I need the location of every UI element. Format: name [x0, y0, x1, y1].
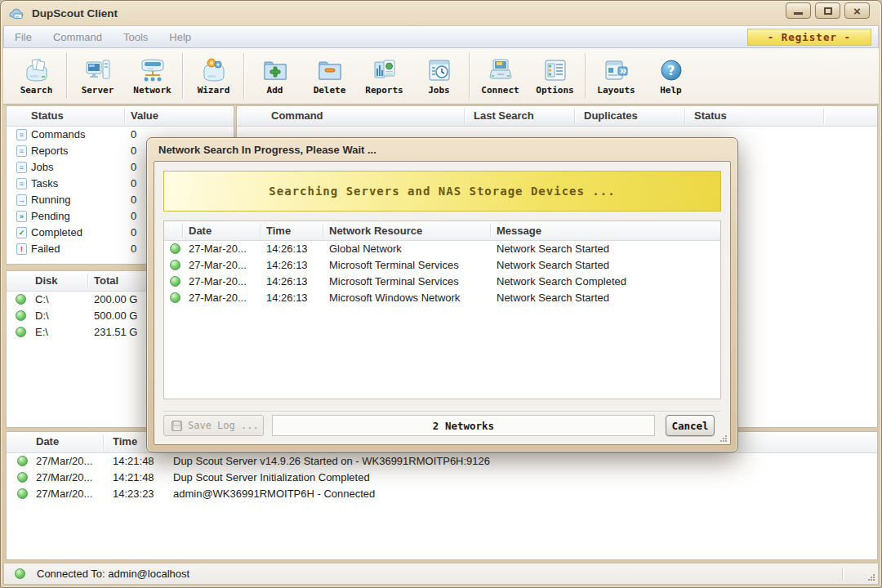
log-row[interactable]: 27/Mar/20... 14:21:48 Dup Scout Server v… [7, 453, 877, 470]
toolbar-separator [66, 53, 68, 99]
column-separator[interactable] [103, 434, 105, 450]
column-separator[interactable] [490, 224, 492, 238]
toolbar-separator [182, 53, 184, 99]
toolbar-wizard-button[interactable]: Wizard [186, 51, 241, 101]
cancel-button[interactable]: Cancel [666, 415, 715, 436]
toolbar-add-button[interactable]: Add [247, 51, 302, 101]
log-date: 27-Mar-20... [189, 292, 247, 304]
options-icon [541, 57, 569, 83]
jobs-icon [425, 57, 453, 83]
toolbar-network-button[interactable]: Network [125, 51, 180, 101]
log-message: Network Search Started [497, 292, 609, 304]
log-row[interactable]: 27/Mar/20... 14:23:23 admin@WK36991RMOIT… [7, 486, 877, 502]
toolbar-server-button[interactable]: Server [70, 51, 125, 101]
status-value: 0 [131, 161, 136, 173]
column-separator[interactable] [182, 224, 184, 238]
green-status-icon [16, 327, 26, 337]
toolbar-search-button[interactable]: Search [9, 51, 64, 101]
toolbar-label: Help [660, 85, 682, 96]
status-panel-header: Status Value [7, 106, 234, 127]
networks-count-status: 2 Networks [272, 415, 655, 436]
search-log-row[interactable]: 27-Mar-20... 14:26:13 Microsoft Terminal… [164, 257, 720, 274]
toolbar-label: Jobs [428, 85, 450, 96]
log-time: 14:26:13 [266, 275, 308, 287]
menu-tools[interactable]: Tools [113, 26, 158, 47]
toolbar-jobs-button[interactable]: Jobs [412, 51, 466, 101]
window-controls: × [786, 2, 870, 19]
column-header-last-search[interactable]: Last Search [474, 109, 534, 122]
column-header-status[interactable]: Status [694, 109, 727, 122]
column-header-time[interactable]: Time [266, 225, 291, 237]
column-header-total[interactable]: Total [94, 274, 118, 287]
minimize-button[interactable] [786, 2, 811, 19]
log-time: 14:21:48 [113, 471, 154, 483]
column-header-value[interactable]: Value [131, 109, 158, 122]
window-title: DupScout Client [32, 7, 118, 20]
menu-command[interactable]: Command [42, 26, 113, 47]
log-date: 27/Mar/20... [36, 488, 92, 500]
column-header-date[interactable]: Date [189, 225, 212, 237]
column-separator[interactable] [260, 224, 261, 238]
column-header-date[interactable]: Date [36, 435, 59, 448]
column-header-message[interactable]: Message [497, 225, 541, 237]
statusbar: Connected To: admin@localhost [3, 563, 879, 585]
disk-total: 231.51 G [94, 326, 138, 338]
toolbar-label: Options [536, 85, 573, 96]
disk-name: E:\ [35, 326, 48, 338]
column-separator[interactable] [574, 109, 576, 123]
network-resource: Microsoft Terminal Services [329, 259, 459, 271]
green-status-icon [16, 310, 26, 321]
search-log-row[interactable]: 27-Mar-20... 14:26:13 Global Network Net… [164, 241, 720, 257]
toolbar-reports-button[interactable]: Reports [357, 51, 412, 101]
search-log-row[interactable]: 27-Mar-20... 14:26:13 Microsoft Terminal… [164, 274, 720, 290]
dialog-resize-grip[interactable] [719, 434, 728, 443]
toolbar-options-button[interactable]: Options [528, 51, 582, 101]
menubar: File Command Tools Help - Register - [3, 25, 879, 48]
save-log-button[interactable]: Save Log ... [163, 415, 264, 436]
disk-name: C:\ [35, 293, 49, 305]
column-header-command[interactable]: Command [271, 109, 323, 122]
search-progress-banner: Searching Servers and NAS Storage Device… [163, 171, 721, 212]
column-header-network-resource[interactable]: Network Resource [329, 225, 422, 237]
maximize-button[interactable] [815, 2, 840, 19]
status-label: Jobs [31, 161, 53, 173]
menu-help[interactable]: Help [158, 26, 202, 47]
column-separator[interactable] [823, 109, 825, 123]
log-date: 27/Mar/20... [36, 455, 92, 467]
network-search-log-table: Date Time Network Resource Message 27-Ma… [163, 220, 721, 399]
svg-text:?: ? [667, 62, 675, 78]
network-icon [139, 57, 167, 83]
column-header-time[interactable]: Time [113, 435, 137, 448]
toolbar-help-button[interactable]: ? Help [644, 51, 698, 101]
toolbar-layouts-button[interactable]: Layouts [589, 51, 644, 101]
network-resource: Microsoft Windows Network [329, 292, 460, 304]
titlebar: DupScout Client × [1, 1, 881, 25]
toolbar-connect-button[interactable]: Connect [473, 51, 528, 101]
column-header-disk[interactable]: Disk [35, 274, 57, 287]
failed-icon [16, 243, 27, 255]
column-separator[interactable] [124, 109, 126, 123]
close-button[interactable]: × [844, 2, 870, 19]
log-time: 14:26:13 [266, 259, 308, 271]
column-separator[interactable] [684, 109, 686, 123]
toolbar-delete-button[interactable]: Delete [302, 51, 357, 101]
column-header-status[interactable]: Status [31, 109, 64, 122]
log-row[interactable]: 27/Mar/20... 14:21:48 Dup Scout Server I… [7, 470, 877, 486]
completed-icon [16, 227, 27, 238]
add-folder-icon [261, 57, 289, 83]
status-label: Failed [31, 243, 60, 255]
column-separator[interactable] [87, 274, 89, 288]
column-separator[interactable] [323, 224, 324, 238]
log-date: 27/Mar/20... [36, 471, 92, 483]
column-separator[interactable] [464, 109, 466, 123]
resize-grip[interactable] [867, 573, 875, 581]
menu-file[interactable]: File [4, 26, 42, 47]
status-label: Running [31, 194, 70, 206]
register-button[interactable]: - Register - [747, 29, 871, 46]
column-header-duplicates[interactable]: Duplicates [584, 109, 638, 122]
log-message: admin@WK36991RMOITP6H - Connected [173, 488, 375, 500]
log-message: Network Search Started [497, 259, 609, 271]
log-time: 14:23:23 [113, 488, 154, 500]
server-icon [84, 57, 112, 83]
search-log-row[interactable]: 27-Mar-20... 14:26:13 Microsoft Windows … [164, 290, 720, 306]
